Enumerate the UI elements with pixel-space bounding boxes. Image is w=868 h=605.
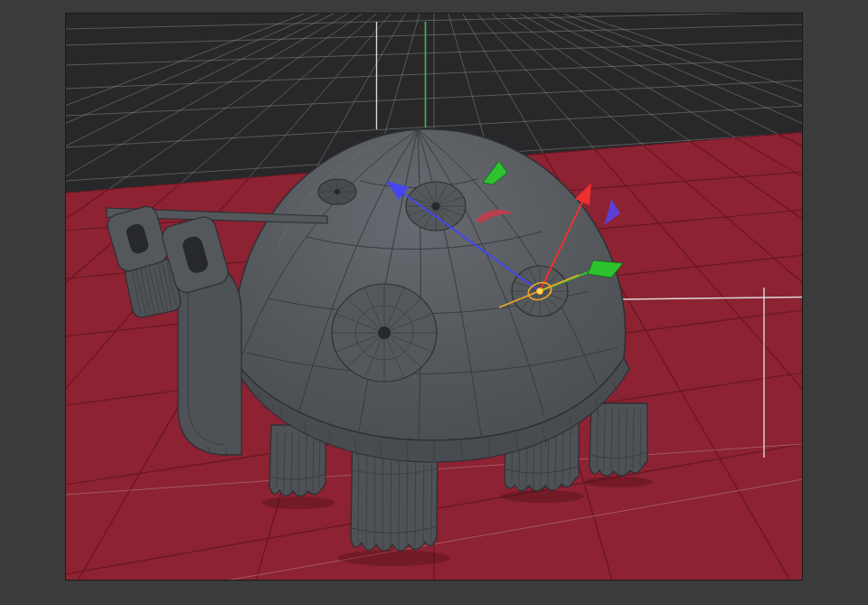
shadow [584, 477, 653, 487]
leg-right-rear[interactable] [590, 403, 647, 476]
shadow [262, 496, 335, 509]
3d-viewport[interactable] [0, 0, 868, 605]
gizmo-center-point[interactable] [537, 288, 543, 295]
shell-spot-large[interactable] [332, 284, 437, 382]
shadow [338, 550, 450, 566]
viewport-area[interactable] [0, 0, 868, 581]
shell-spot-upper[interactable] [406, 182, 466, 231]
spot-center [335, 189, 340, 194]
spot-center [432, 203, 440, 211]
shell-spot-small[interactable] [318, 179, 356, 204]
shadow [501, 490, 584, 503]
spot-center [378, 326, 391, 339]
